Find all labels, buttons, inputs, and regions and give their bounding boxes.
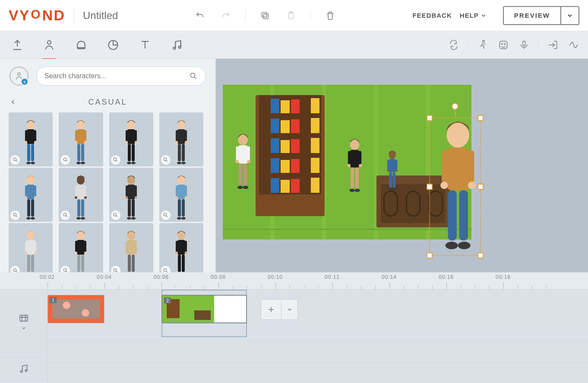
stage[interactable]: [223, 85, 471, 239]
search-icon[interactable]: [189, 72, 198, 80]
scene-clip-1[interactable]: 1: [47, 295, 104, 323]
character-tab[interactable]: [40, 35, 59, 54]
zoom-icon[interactable]: [111, 266, 120, 272]
character-tile[interactable]: [159, 112, 203, 166]
prop-tab[interactable]: [72, 35, 91, 54]
svg-point-151: [235, 160, 239, 163]
audio-track-header[interactable]: [0, 354, 47, 383]
character-tile[interactable]: [59, 168, 103, 222]
zoom-icon[interactable]: [111, 155, 120, 165]
brand-logo[interactable]: VYOND: [9, 7, 65, 24]
zoom-icon[interactable]: [10, 211, 20, 220]
expression-icon[interactable]: [497, 38, 510, 51]
svg-rect-183: [448, 190, 457, 240]
svg-rect-142: [178, 255, 181, 272]
svg-point-125: [127, 231, 135, 240]
audio-track[interactable]: [47, 337, 588, 366]
svg-rect-180: [468, 150, 474, 182]
svg-rect-49: [177, 129, 185, 144]
music-icon: [18, 363, 29, 374]
help-dropdown[interactable]: HELP: [460, 12, 487, 19]
character-tile[interactable]: [159, 223, 203, 272]
character-tile[interactable]: [109, 112, 153, 166]
svg-point-31: [84, 141, 87, 144]
svg-rect-93: [177, 185, 185, 199]
svg-point-37: [127, 121, 135, 129]
svg-point-172: [395, 169, 398, 172]
timeline-tracks[interactable]: 1 2 +: [47, 290, 588, 383]
replace-icon[interactable]: [447, 38, 460, 51]
svg-rect-71: [77, 185, 85, 199]
search-input[interactable]: [44, 72, 189, 80]
enter-effect-icon[interactable]: [547, 38, 560, 51]
category-header: CASUAL: [0, 92, 215, 112]
rotate-handle[interactable]: [452, 103, 458, 110]
svg-rect-106: [34, 241, 36, 252]
add-scene-button[interactable]: +: [261, 299, 281, 320]
help-label: HELP: [460, 12, 479, 19]
upload-tab[interactable]: [8, 35, 27, 54]
character-tile[interactable]: [9, 168, 53, 222]
zoom-icon[interactable]: [60, 211, 70, 220]
motion-icon[interactable]: [476, 38, 489, 51]
svg-rect-169: [387, 160, 389, 169]
character-tile[interactable]: [9, 223, 53, 272]
character-tile[interactable]: [59, 223, 103, 272]
scene-track-header[interactable]: [0, 290, 47, 354]
zoom-icon[interactable]: [161, 266, 171, 272]
preview-dropdown[interactable]: [560, 7, 579, 24]
back-icon[interactable]: [9, 99, 16, 105]
svg-rect-88: [132, 199, 135, 217]
character-tile[interactable]: [159, 168, 203, 222]
zoom-icon[interactable]: [60, 266, 70, 272]
canvas-area[interactable]: [216, 59, 588, 272]
character-grid[interactable]: [9, 112, 208, 272]
character-tile[interactable]: [109, 168, 153, 222]
zoom-icon[interactable]: [161, 211, 171, 220]
svg-rect-174: [393, 172, 395, 188]
feedback-link[interactable]: FEEDBACK: [412, 12, 452, 19]
preview-button[interactable]: PREVIEW: [503, 6, 579, 25]
character-tile[interactable]: [59, 112, 103, 166]
zoom-icon[interactable]: [10, 266, 20, 272]
svg-rect-61: [25, 185, 27, 197]
copy-icon[interactable]: [259, 9, 272, 22]
add-scene-dropdown[interactable]: [281, 299, 298, 320]
bookshelf-prop[interactable]: [256, 95, 325, 216]
stage-character[interactable]: [231, 132, 256, 192]
microphone-icon[interactable]: [518, 38, 531, 51]
zoom-icon[interactable]: [60, 155, 70, 165]
svg-point-48: [177, 121, 185, 129]
svg-rect-148: [238, 145, 248, 164]
scene-clip-2[interactable]: 2: [161, 295, 247, 323]
audio-tab[interactable]: [168, 35, 187, 54]
text-tab[interactable]: [136, 35, 155, 54]
undo-icon[interactable]: [193, 9, 206, 22]
create-character-button[interactable]: +: [9, 67, 28, 86]
stage-character[interactable]: [383, 150, 401, 192]
zoom-icon[interactable]: [10, 155, 20, 165]
selected-character[interactable]: [429, 118, 487, 255]
svg-rect-126: [127, 240, 135, 255]
delete-icon[interactable]: [324, 9, 337, 22]
tick-label: 00:02: [40, 274, 55, 280]
svg-point-177: [447, 123, 469, 148]
document-title[interactable]: Untitled: [83, 10, 118, 22]
character-tile[interactable]: [109, 223, 153, 272]
stage-tools: [447, 38, 580, 51]
svg-rect-33: [81, 144, 84, 161]
search-field[interactable]: [36, 67, 206, 86]
tick-label: 00:06: [154, 274, 169, 280]
stage-character[interactable]: [343, 137, 367, 195]
zoom-icon[interactable]: [161, 155, 171, 165]
chart-tab[interactable]: [104, 35, 123, 54]
scene-track[interactable]: 1 2 +: [47, 290, 588, 337]
person-graphic: [429, 118, 487, 255]
svg-point-107: [25, 252, 27, 254]
svg-point-86: [135, 196, 137, 199]
zoom-icon[interactable]: [111, 211, 120, 220]
svg-rect-150: [247, 147, 250, 161]
timeline-ruler[interactable]: 00:0200:0400:0600:0800:1000:1200:1400:16…: [0, 272, 588, 290]
motion-path-icon[interactable]: [567, 38, 580, 51]
character-tile[interactable]: [9, 112, 53, 166]
